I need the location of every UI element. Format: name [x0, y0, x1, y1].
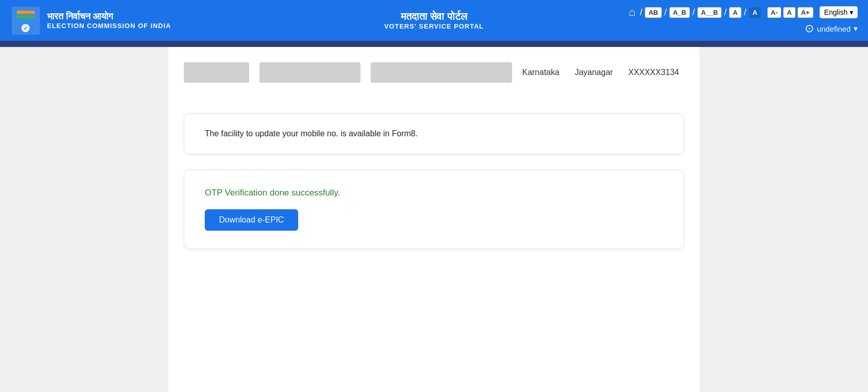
- separator-1: /: [640, 7, 642, 18]
- font-style-a1-button[interactable]: A: [729, 7, 741, 18]
- svg-rect-2: [17, 15, 35, 18]
- font-size-minus-button[interactable]: A-: [767, 7, 782, 18]
- otp-success-message: OTP Verification done successfully.: [205, 188, 663, 198]
- main-content-area: Karnataka Jayanagar XXXXXX3134 The facil…: [168, 47, 700, 392]
- eci-title-block: भारत निर्वाचन आयोग ELECTION COMMISSION O…: [47, 11, 171, 30]
- eci-title-english: ELECTION COMMISSION OF INDIA: [47, 22, 171, 30]
- info-message-text: The facility to update your mobile no. i…: [205, 129, 663, 138]
- voter-data-row: Karnataka Jayanagar XXXXXX3134: [184, 57, 684, 93]
- main-header: ✓ भारत निर्वाचन आयोग ELECTION COMMISSION…: [0, 0, 868, 41]
- language-selector[interactable]: English ▾: [819, 6, 858, 18]
- separator-4: /: [724, 7, 727, 18]
- font-and-lang-controls: ⌂ / AB / A_B / A__B / A / A A- A A+ Engl…: [629, 6, 858, 19]
- separator-5: /: [744, 7, 746, 18]
- eci-title-hindi: भारत निर्वाचन आयोग: [47, 11, 171, 22]
- state-label: Karnataka: [522, 68, 560, 77]
- portal-title-english: VOTERS' SERVICE PORTAL: [384, 22, 484, 30]
- font-style-ab1-button[interactable]: AB: [645, 7, 662, 18]
- home-button[interactable]: ⌂: [629, 6, 635, 19]
- download-epic-button[interactable]: Download e-EPIC: [205, 209, 298, 231]
- blurred-cell-1: [184, 62, 249, 83]
- header-right-controls: ⌂ / AB / A_B / A__B / A / A A- A A+ Engl…: [629, 6, 858, 35]
- language-label: English: [824, 8, 848, 16]
- portal-title-block: मतदाता सेवा पोर्टल VOTERS' SERVICE PORTA…: [384, 11, 484, 30]
- svg-rect-3: [17, 20, 35, 23]
- sub-header-bar: [0, 41, 868, 47]
- user-name-label: undefined: [817, 24, 851, 33]
- font-style-ab2-button[interactable]: A_B: [669, 7, 690, 18]
- blurred-cell-2: [259, 62, 360, 83]
- separator-3: /: [692, 7, 695, 18]
- info-message-box: The facility to update your mobile no. i…: [184, 113, 684, 154]
- svg-rect-1: [17, 11, 35, 14]
- blurred-cell-3: [371, 62, 512, 83]
- user-chevron-icon: ▾: [854, 24, 858, 33]
- font-style-a2-button[interactable]: A: [749, 7, 761, 18]
- separator-2: /: [664, 7, 667, 18]
- eci-logo: ✓: [10, 5, 41, 36]
- otp-verification-box: OTP Verification done successfully. Down…: [184, 169, 684, 249]
- font-size-normal-button[interactable]: A: [783, 7, 795, 18]
- svg-text:✓: ✓: [23, 26, 28, 31]
- voter-id-label: XXXXXX3134: [628, 68, 679, 77]
- chevron-down-icon: ▾: [850, 8, 853, 16]
- constituency-label: Jayanagar: [575, 68, 613, 77]
- font-size-plus-button[interactable]: A+: [798, 7, 813, 18]
- user-account-button[interactable]: ⊙ undefined ▾: [805, 22, 858, 35]
- portal-title-hindi: मतदाता सेवा पोर्टल: [384, 11, 484, 22]
- user-circle-icon: ⊙: [805, 22, 814, 35]
- logo-block: ✓ भारत निर्वाचन आयोग ELECTION COMMISSION…: [10, 5, 171, 36]
- font-style-ab3-button[interactable]: A__B: [697, 7, 721, 18]
